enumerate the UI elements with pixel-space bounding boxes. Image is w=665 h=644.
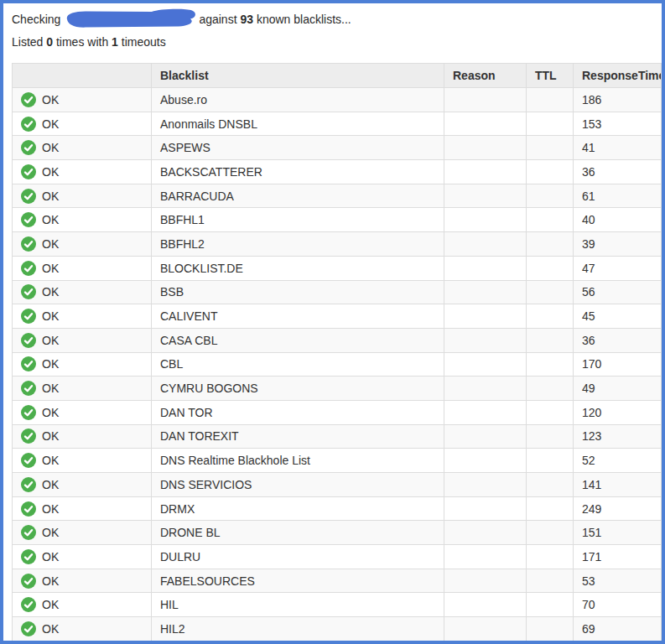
status-cell: OK: [13, 593, 152, 617]
reason-cell: [444, 232, 527, 257]
table-row: OK Anonmails DNSBL 153: [13, 112, 662, 136]
status-cell: OK: [13, 280, 152, 304]
summary-header: Checkingagainst 93 known blacklists... L…: [3, 3, 662, 53]
check-circle-icon: [21, 621, 36, 636]
check-circle-icon: [21, 261, 36, 276]
status-cell: OK: [13, 232, 152, 257]
check-circle-icon: [21, 549, 36, 564]
blacklist-name-cell: DRONE BL: [152, 521, 444, 545]
ttl-cell: [527, 232, 574, 257]
response-time-cell: 186: [574, 88, 662, 112]
status-cell: OK: [13, 473, 152, 497]
redaction-scribble: [61, 8, 198, 29]
response-time-cell: 36: [574, 328, 662, 352]
blacklist-name-cell: DULRU: [152, 545, 444, 569]
reason-cell: [444, 328, 527, 352]
response-time-cell: 47: [574, 256, 662, 280]
status-cell: OK: [13, 521, 152, 545]
status-cell: OK: [13, 449, 152, 473]
response-time-cell: 49: [574, 377, 662, 401]
reason-cell: [444, 280, 527, 304]
checking-status-line: Checkingagainst 93 known blacklists...: [12, 8, 653, 32]
reason-cell: [444, 496, 527, 521]
blacklist-name-cell: BACKSCATTERER: [152, 160, 444, 184]
blacklist-count: 93: [240, 13, 253, 26]
response-time-cell: 52: [574, 449, 662, 473]
table-row: OK HIL2 69: [13, 617, 662, 641]
check-circle-icon: [21, 597, 36, 612]
status-cell: OK: [13, 617, 152, 641]
check-circle-icon: [21, 574, 36, 589]
reason-cell: [444, 569, 527, 593]
reason-cell: [444, 617, 527, 641]
status-cell: OK: [13, 545, 152, 569]
blacklist-name-cell: DNS SERVICIOS: [152, 473, 444, 497]
status-cell: OK: [13, 352, 152, 377]
checking-suffix: known blacklists...: [257, 13, 351, 26]
table-row: OK BBFHL1 40: [13, 208, 662, 232]
status-label: OK: [42, 478, 59, 491]
ttl-cell: [527, 328, 574, 352]
column-header-reason: Reason: [444, 64, 527, 88]
blacklist-name-cell: BARRACUDA: [152, 184, 444, 208]
listed-count: 0: [46, 35, 53, 49]
response-time-cell: 249: [574, 496, 662, 521]
blacklist-name-cell: BLOCKLIST.DE: [152, 256, 444, 280]
check-circle-icon: [21, 525, 36, 540]
response-time-cell: 40: [574, 208, 662, 232]
timeout-count: 1: [112, 35, 118, 49]
status-cell: OK: [13, 112, 152, 136]
ttl-cell: [527, 280, 574, 304]
response-time-cell: 153: [574, 112, 662, 136]
status-cell: OK: [13, 184, 152, 208]
reason-cell: [444, 256, 527, 280]
table-row: OK ASPEWS 41: [13, 136, 662, 160]
status-cell: OK: [13, 256, 152, 280]
blacklist-results-table: Blacklist Reason TTL ResponseTime OK Abu…: [12, 63, 662, 641]
status-label: OK: [42, 237, 59, 251]
response-time-cell: 45: [574, 304, 662, 329]
blacklist-name-cell: CALIVENT: [152, 304, 444, 329]
status-label: OK: [42, 262, 59, 275]
status-cell: OK: [13, 424, 152, 449]
status-label: OK: [42, 285, 59, 299]
status-label: OK: [42, 406, 59, 419]
check-circle-icon: [21, 356, 36, 371]
check-circle-icon: [21, 477, 36, 492]
ttl-cell: [527, 400, 574, 424]
column-header-ttl: TTL: [527, 64, 574, 88]
table-row: OK BBFHL2 39: [13, 232, 662, 257]
reason-cell: [444, 208, 527, 232]
table-row: OK DAN TOREXIT 123: [13, 424, 662, 449]
table-row: OK DULRU 171: [13, 545, 662, 569]
table-row: OK CYMRU BOGONS 49: [13, 377, 662, 401]
status-label: OK: [42, 117, 59, 131]
reason-cell: [444, 449, 527, 473]
ttl-cell: [527, 449, 574, 473]
status-label: OK: [42, 574, 59, 588]
response-time-cell: 56: [574, 280, 662, 304]
status-label: OK: [42, 526, 59, 539]
table-row: OK DRONE BL 151: [13, 521, 662, 545]
blacklist-name-cell: BBFHL1: [152, 208, 444, 232]
blacklist-name-cell: BSB: [152, 280, 444, 304]
check-circle-icon: [21, 140, 36, 155]
status-cell: OK: [13, 569, 152, 593]
reason-cell: [444, 352, 527, 377]
status-cell: OK: [13, 328, 152, 352]
checking-middle: against: [199, 13, 236, 26]
blacklist-name-cell: CYMRU BOGONS: [152, 377, 444, 401]
blacklist-name-cell: Anonmails DNSBL: [152, 112, 444, 136]
checking-prefix: Checking: [12, 13, 60, 26]
response-time-cell: 61: [574, 184, 662, 208]
table-row: OK HIL 70: [13, 593, 662, 617]
response-time-cell: 53: [574, 569, 662, 593]
reason-cell: [444, 304, 527, 329]
check-circle-icon: [21, 284, 36, 299]
column-header-status: [13, 64, 152, 88]
ttl-cell: [527, 136, 574, 160]
blacklist-name-cell: ASPEWS: [152, 136, 444, 160]
reason-cell: [444, 160, 527, 184]
status-label: OK: [42, 190, 59, 203]
ttl-cell: [527, 473, 574, 497]
